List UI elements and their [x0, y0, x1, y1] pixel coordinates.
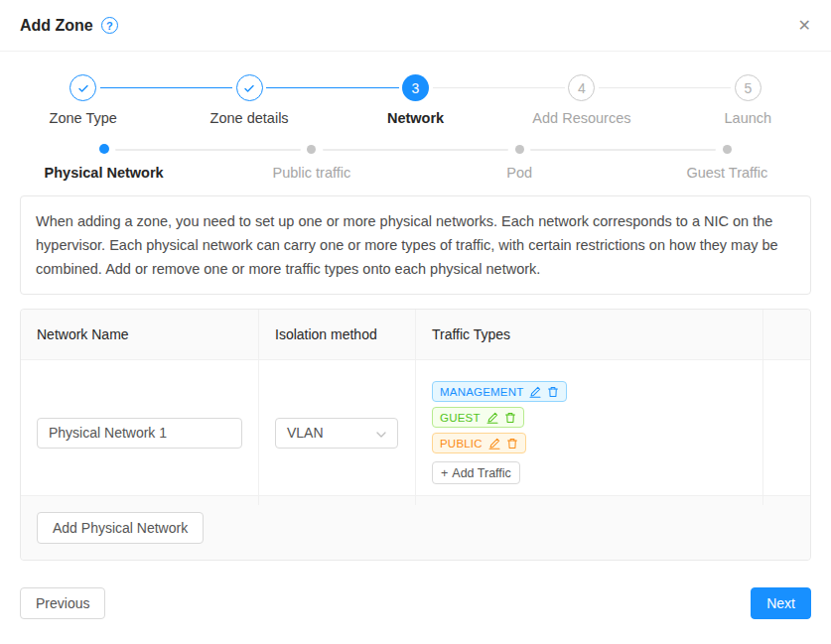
step-dot-icon: [515, 145, 524, 154]
edit-traffic-icon[interactable]: [529, 386, 541, 398]
step-launch: 5 Launch: [665, 74, 831, 126]
traffic-tag-guest: GUEST: [432, 407, 524, 428]
delete-traffic-icon[interactable]: [504, 412, 516, 424]
close-icon[interactable]: ✕: [798, 18, 811, 34]
check-icon: [69, 74, 96, 101]
wizard-steps: Zone Type Zone details 3 Network 4 Add R…: [0, 52, 831, 126]
substep-label: Physical Network: [0, 165, 208, 181]
traffic-tag-public: PUBLIC: [432, 433, 526, 453]
step-label: Add Resources: [498, 110, 664, 126]
substep-label: Guest Traffic: [623, 165, 831, 181]
substep-label: Pod: [416, 165, 623, 181]
substep-public-traffic: Public traffic: [208, 145, 415, 181]
dialog-footer: Previous Next: [20, 587, 811, 619]
cell-traffic-types: MANAGEMENT GUEST PUBLIC + Add Traffic: [416, 360, 763, 505]
dialog-header: Add Zone ? ✕: [0, 0, 831, 52]
network-name-input[interactable]: [37, 418, 242, 449]
substep-physical-network: Physical Network: [0, 145, 208, 181]
traffic-tag-label: MANAGEMENT: [440, 386, 523, 398]
traffic-tag-label: PUBLIC: [440, 438, 483, 450]
previous-button[interactable]: Previous: [20, 587, 105, 619]
info-box: When adding a zone, you need to set up o…: [20, 195, 811, 295]
step-zone-type: Zone Type: [0, 74, 166, 126]
table-footer: Add Physical Network: [21, 496, 810, 560]
step-number-badge: 5: [735, 74, 762, 101]
step-number: 4: [578, 80, 586, 96]
step-label: Network: [333, 110, 498, 126]
delete-traffic-icon[interactable]: [547, 386, 559, 398]
table-row: VLAN MANAGEMENT GUEST P: [21, 360, 810, 496]
isolation-method-select[interactable]: VLAN: [275, 418, 398, 449]
column-header-actions: [763, 310, 810, 359]
step-number-badge: 3: [402, 74, 429, 101]
check-icon: [236, 74, 263, 101]
dialog-title: Add Zone: [20, 17, 93, 35]
step-zone-details: Zone details: [166, 74, 332, 126]
help-icon[interactable]: ?: [101, 17, 118, 34]
delete-traffic-icon[interactable]: [506, 438, 518, 450]
isolation-method-value: VLAN: [287, 425, 324, 441]
column-header-traffic-types: Traffic Types: [416, 310, 763, 359]
column-header-network-name: Network Name: [21, 310, 259, 359]
substep-guest-traffic: Guest Traffic: [623, 145, 831, 181]
add-zone-dialog: Add Zone ? ✕ Zone Type Zone details 3 Ne…: [0, 0, 831, 644]
traffic-tag-management: MANAGEMENT: [432, 381, 567, 402]
info-text: When adding a zone, you need to set up o…: [36, 213, 778, 277]
cell-network-name: [21, 360, 259, 505]
plus-icon: +: [441, 466, 448, 480]
table-header-row: Network Name Isolation method Traffic Ty…: [21, 310, 810, 360]
step-dot-icon: [99, 144, 109, 154]
step-dot-icon: [307, 145, 316, 154]
traffic-tag-label: GUEST: [440, 412, 481, 424]
next-button[interactable]: Next: [751, 587, 811, 619]
add-physical-network-button[interactable]: Add Physical Network: [37, 512, 204, 544]
step-label: Zone details: [166, 110, 332, 126]
add-traffic-label: Add Traffic: [452, 466, 511, 480]
step-number: 5: [744, 80, 752, 96]
step-number: 3: [412, 80, 420, 96]
physical-network-table: Network Name Isolation method Traffic Ty…: [20, 309, 811, 561]
cell-isolation-method: VLAN: [259, 360, 416, 505]
substep-label: Public traffic: [208, 165, 415, 181]
chevron-down-icon: [376, 425, 386, 441]
step-add-resources: 4 Add Resources: [498, 74, 664, 126]
step-label: Zone Type: [0, 110, 166, 126]
step-network: 3 Network: [333, 74, 498, 126]
substep-pod: Pod: [416, 145, 623, 181]
edit-traffic-icon[interactable]: [488, 438, 500, 450]
network-substeps: Physical Network Public traffic Pod Gues…: [0, 145, 831, 181]
add-traffic-button[interactable]: + Add Traffic: [432, 461, 520, 484]
cell-actions: [763, 360, 810, 505]
step-label: Launch: [665, 110, 831, 126]
step-number-badge: 4: [568, 74, 595, 101]
edit-traffic-icon[interactable]: [486, 412, 498, 424]
step-dot-icon: [723, 145, 732, 154]
column-header-isolation-method: Isolation method: [259, 310, 416, 359]
